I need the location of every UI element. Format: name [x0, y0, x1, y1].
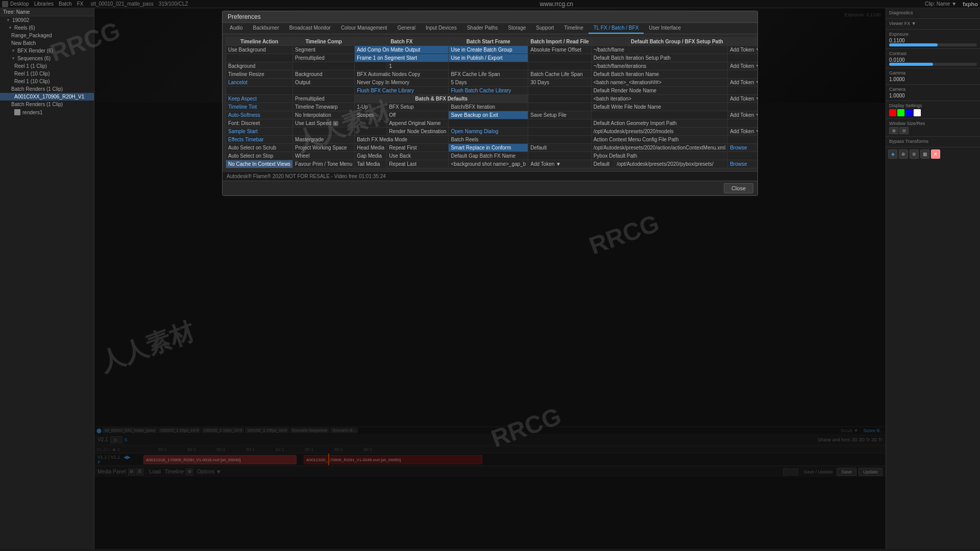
- browse-btn-2[interactable]: Browse: [728, 160, 757, 168]
- action-icon-2[interactable]: ⊕: [899, 149, 908, 159]
- 30days-cell: 30 Days: [528, 79, 591, 87]
- prefs-row-1: Use Background Segment Add Comp On Matte…: [226, 46, 758, 54]
- contrast-slider-fill: [889, 63, 933, 66]
- desktop-tab[interactable]: Desktop: [10, 1, 29, 7]
- action-icon-3[interactable]: ⊗: [910, 149, 919, 159]
- tail-media-label: Tail Media: [355, 160, 387, 168]
- add-token-6[interactable]: Add Token ▼: [728, 128, 757, 136]
- batch-cache-life-cell: Batch Cache Life Span: [528, 70, 591, 79]
- sidebar-item-reel1c[interactable]: Reel 1 (10 Clip): [0, 78, 94, 85]
- dialog-title: Preferences: [223, 11, 757, 23]
- flush-batch-cell[interactable]: Flush Batch Cache Library: [449, 87, 528, 95]
- use-in-create-btn[interactable]: Use in Create Batch Group: [449, 46, 528, 54]
- sidebar-item-a001[interactable]: A001C0XX_170906_R20H_V1: [0, 93, 94, 101]
- win-ctrl-2[interactable]: ⊟: [899, 127, 909, 134]
- preferences-dialog: Preferences Audio Backburner Broadcast M…: [222, 11, 758, 196]
- empty-7: [528, 62, 591, 70]
- num-input[interactable]: [389, 63, 446, 69]
- add-token-5[interactable]: Add Token ▼: [728, 111, 757, 119]
- empty-16: [591, 111, 727, 119]
- add-token-3[interactable]: Add Token ▼: [728, 79, 757, 87]
- smart-replace-btn[interactable]: Smart Replace in Conform: [449, 144, 528, 152]
- sidebar-item-reels[interactable]: ▼ Reels (6): [0, 24, 94, 32]
- win-ctrl-1[interactable]: ⊞: [889, 127, 898, 134]
- col-header-batch-fx: Batch FX: [355, 38, 449, 46]
- renders1-label: renders1: [22, 110, 42, 115]
- keep-aspect-cell: Keep Aspect: [226, 95, 293, 103]
- sidebar-item-reel1a[interactable]: Reel 1 (1 Clip): [0, 62, 94, 70]
- add-token-4[interactable]: Add Token ▼: [728, 95, 757, 103]
- tab-backburner[interactable]: Backburner: [248, 23, 284, 34]
- clip-name-selector[interactable]: Clip: Name ▼: [925, 1, 957, 7]
- fx-tab[interactable]: FX: [77, 1, 84, 7]
- tab-broadcast[interactable]: Broadcast Monitor: [284, 23, 336, 34]
- win-icon-1: ⊞: [892, 129, 896, 133]
- folder-id-label: 190902: [12, 17, 29, 23]
- add-token-2[interactable]: Add Token ▼: [728, 62, 757, 70]
- add-token-7-cell[interactable]: Add Token ▼: [528, 160, 591, 168]
- action-icon-4[interactable]: ▦: [920, 149, 929, 159]
- browse-btn-1[interactable]: Browse: [728, 144, 757, 152]
- add-comp-btn[interactable]: Add Comp On Matte Output: [355, 46, 449, 54]
- tab-general[interactable]: General: [392, 23, 421, 34]
- empty-18: [449, 119, 528, 128]
- bfx-label: BFX Render (6): [17, 48, 53, 54]
- tab-storage[interactable]: Storage: [503, 23, 531, 34]
- batch-tab[interactable]: Batch: [59, 1, 72, 7]
- num-1-cell[interactable]: [387, 62, 449, 70]
- col-header-timeline-comp: Timeline Comp: [293, 38, 355, 46]
- use-in-publish-btn[interactable]: Use in Publish / Export: [449, 54, 528, 62]
- tab-input[interactable]: Input Devices: [421, 23, 462, 34]
- libraries-tab[interactable]: Libraries: [34, 1, 54, 7]
- tab-shader[interactable]: Shader Paths: [462, 23, 503, 34]
- add-token-1[interactable]: Add Token ▼: [728, 46, 757, 54]
- action-icon-5[interactable]: ✕: [931, 149, 940, 159]
- col-header-timeline-action: Timeline Action: [226, 38, 293, 46]
- save-backup-btn[interactable]: Save Backup on Exit: [449, 111, 528, 119]
- contrast-slider[interactable]: [889, 63, 977, 66]
- sidebar-item-batch-renders[interactable]: Batch Renders (1 Clip): [0, 85, 94, 93]
- col-header-batch-import: Batch Import / Read File: [528, 38, 591, 46]
- close-button[interactable]: Close: [724, 183, 753, 193]
- swatch-green: [897, 109, 904, 116]
- right-exposure: Exposure 0.1100: [886, 30, 980, 49]
- open-naming-btn[interactable]: Open Naming Dialog: [449, 128, 528, 136]
- flush-bfx-cell[interactable]: Flush BFX Cache Library: [355, 87, 449, 95]
- sidebar-folder-id[interactable]: ▼ 190902: [0, 16, 94, 24]
- frame1-segment-btn[interactable]: Frame 1 on Segment Start: [355, 54, 449, 62]
- empty-5: [355, 62, 387, 70]
- sidebar-item-new-batch[interactable]: New Batch: [0, 39, 94, 47]
- gamma-label: Gamma: [889, 70, 977, 76]
- tab-tlfx[interactable]: TL FX / Batch / BFX: [589, 23, 644, 34]
- tab-ui[interactable]: User Interface: [644, 23, 686, 34]
- empty-24: [528, 136, 591, 144]
- empty-25: [728, 136, 757, 144]
- col-header-batch-start: Batch Start Frame: [449, 38, 528, 46]
- tab-support[interactable]: Support: [531, 23, 559, 34]
- save-setup-cell: Save Setup File: [528, 111, 591, 119]
- sidebar-item-range[interactable]: Range_Packaged: [0, 32, 94, 39]
- models-path-cell: /opt/Autodesk/presets/2020/models: [591, 128, 727, 136]
- action-icon-1[interactable]: ◈: [888, 149, 897, 159]
- exposure-slider[interactable]: [889, 43, 977, 46]
- tab-timeline[interactable]: Timeline: [559, 23, 588, 34]
- empty-15: [728, 103, 757, 111]
- background-cell2: Background: [293, 70, 355, 79]
- scopes-cell: Scopes: [355, 111, 387, 119]
- empty-21: [293, 128, 355, 136]
- right-contrast: Contrast 0.0100: [886, 49, 980, 68]
- sidebar-item-batch-renders2[interactable]: Batch Renders (1 Clip): [0, 101, 94, 108]
- reel-folder-icon: ▼: [8, 26, 12, 30]
- empty-2: [528, 54, 591, 62]
- default-gap-batch: Default Gap Batch FX Name: [449, 152, 528, 160]
- tab-audio[interactable]: Audio: [225, 23, 248, 34]
- app-title: www.rrcg.cn: [190, 1, 923, 8]
- current-file: stt_00010_021_matte_pass: [90, 1, 153, 7]
- sidebar-item-reel1b[interactable]: Reel 1 (10 Clip): [0, 70, 94, 78]
- sidebar-item-sequences[interactable]: ▼ Sequences (6): [0, 55, 94, 62]
- default-cell-2: Default: [591, 160, 614, 168]
- action-context-menu-cell: Action Context Menu Config File Path: [591, 136, 727, 144]
- tab-colour[interactable]: Colour Management: [336, 23, 393, 34]
- sidebar-item-renders1[interactable]: renders1: [0, 108, 94, 116]
- sidebar-item-bfx[interactable]: ▼ BFX Render (6): [0, 47, 94, 55]
